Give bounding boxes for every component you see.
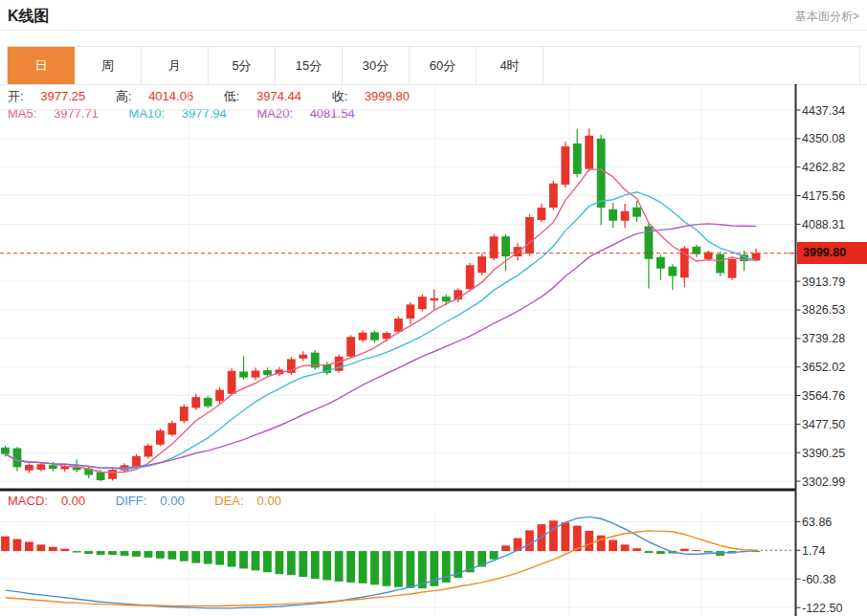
kline-chart-canvas: 4437.344350.084262.824175.564088.313913.… — [0, 0, 867, 616]
y-axis-label: 4262.82 — [802, 161, 845, 174]
y-axis-label: 4175.56 — [802, 189, 845, 203]
y-axis-label: 3564.76 — [802, 389, 845, 403]
y-axis-label: 63.86 — [802, 516, 832, 529]
macd-line-dea — [6, 531, 757, 606]
panel-divider — [0, 489, 795, 492]
y-axis-label: -122.50 — [802, 602, 842, 615]
candlesticks — [1, 129, 760, 481]
ma-line-ma20 — [6, 224, 757, 468]
y-axis-label: 3739.28 — [802, 332, 845, 345]
y-axis: 4437.344350.084262.824175.564088.313913.… — [796, 84, 846, 616]
macd-line-diff — [6, 517, 757, 608]
y-axis-label: 4437.34 — [802, 104, 845, 118]
y-axis-label: 4088.31 — [802, 218, 845, 231]
y-axis-label: 3913.79 — [802, 275, 845, 289]
y-axis-label: 4350.08 — [802, 132, 845, 145]
gridlines — [0, 85, 867, 616]
y-axis-label: 3477.50 — [802, 418, 845, 431]
current-price-badge: 3999.80 — [797, 242, 867, 264]
y-axis-label: 3390.25 — [802, 447, 845, 460]
ma-line-ma10 — [6, 192, 757, 470]
y-axis-label: 3826.53 — [802, 303, 845, 317]
y-axis-label: 3302.99 — [802, 475, 845, 489]
y-axis-label: 1.74 — [802, 544, 825, 558]
y-axis-label: 3652.02 — [802, 361, 845, 374]
y-axis-label: -60.38 — [802, 573, 835, 586]
ma-line-ma5 — [6, 169, 757, 473]
